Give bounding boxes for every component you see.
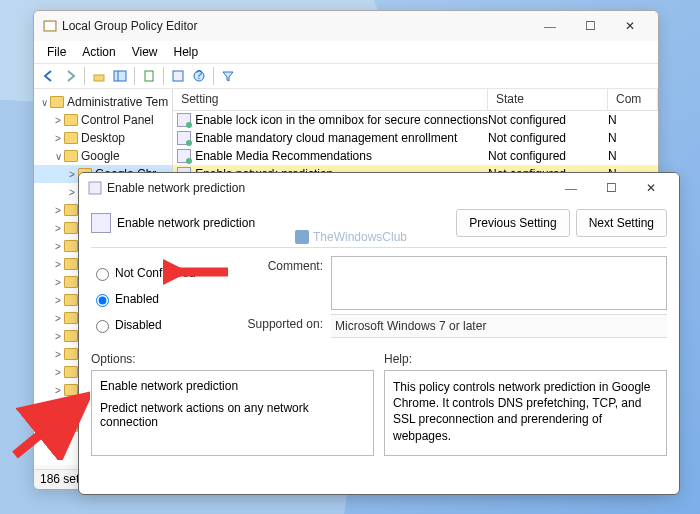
menu-file[interactable]: File	[40, 43, 73, 61]
svg-rect-1	[45, 22, 50, 30]
options-box: Enable network prediction Predict networ…	[91, 370, 374, 456]
tree-label: Desktop	[81, 131, 125, 145]
comment-textarea[interactable]	[331, 256, 667, 310]
dlg-minimize-button[interactable]: —	[551, 174, 591, 202]
setting-icon	[177, 113, 191, 127]
tree-twisty-icon[interactable]: >	[52, 295, 64, 306]
menubar: File Action View Help	[34, 41, 658, 64]
setting-name: Enable Media Recommendations	[195, 149, 488, 163]
folder-icon	[64, 150, 78, 162]
previous-setting-button[interactable]: Previous Setting	[456, 209, 569, 237]
dlg-close-button[interactable]: ✕	[631, 174, 671, 202]
radio-disabled[interactable]: Disabled	[91, 312, 241, 338]
setting-row[interactable]: Enable lock icon in the omnibox for secu…	[173, 111, 658, 129]
folder-icon	[64, 294, 78, 306]
maximize-button[interactable]: ☐	[570, 12, 610, 40]
tree-twisty-icon[interactable]: >	[52, 223, 64, 234]
help-p1: This policy controls network prediction …	[393, 379, 658, 444]
tree-twisty-icon[interactable]: >	[52, 367, 64, 378]
watermark: TheWindowsClub	[295, 230, 407, 244]
tree-twisty-icon[interactable]: >	[52, 313, 64, 324]
tree-twisty-icon[interactable]: >	[52, 331, 64, 342]
svg-rect-7	[173, 71, 183, 81]
tree-twisty-icon[interactable]: >	[52, 349, 64, 360]
help-icon[interactable]: ?	[190, 67, 208, 85]
tree-label: Administrative Tem	[67, 95, 168, 109]
option-line-1: Enable network prediction	[100, 379, 365, 393]
tree-twisty-icon[interactable]: >	[52, 133, 64, 144]
tree-twisty-icon[interactable]: >	[52, 259, 64, 270]
menu-help[interactable]: Help	[167, 43, 206, 61]
tree-label: Google	[81, 149, 120, 163]
options-label: Options:	[91, 352, 374, 370]
setting-name: Enable lock icon in the omnibox for secu…	[195, 113, 488, 127]
supported-label: Supported on:	[241, 314, 331, 338]
policy-heading: Enable network prediction	[117, 216, 255, 230]
tree-item[interactable]: >Desktop	[34, 129, 172, 147]
menu-action[interactable]: Action	[75, 43, 122, 61]
col-state[interactable]: State	[488, 89, 608, 110]
menu-view[interactable]: View	[125, 43, 165, 61]
watermark-logo-icon	[295, 230, 309, 244]
svg-rect-2	[50, 22, 55, 30]
col-setting[interactable]: Setting	[173, 89, 488, 110]
up-icon[interactable]	[90, 67, 108, 85]
setting-icon	[177, 149, 191, 163]
folder-icon	[64, 276, 78, 288]
folder-icon	[64, 222, 78, 234]
tree-item[interactable]: >Control Panel	[34, 111, 172, 129]
annotation-arrow-enabled	[163, 257, 233, 287]
svg-line-12	[15, 402, 80, 455]
tree-item[interactable]: ∨Google	[34, 147, 172, 165]
setting-state: Not configured	[488, 113, 608, 127]
dlg-maximize-button[interactable]: ☐	[591, 174, 631, 202]
setting-icon	[177, 131, 191, 145]
minimize-button[interactable]: —	[530, 12, 570, 40]
radio-enabled[interactable]: Enabled	[91, 286, 241, 312]
col-comment[interactable]: Com	[608, 89, 658, 110]
annotation-arrow-options	[10, 390, 90, 460]
toolbar: ?	[34, 64, 658, 89]
tree-twisty-icon[interactable]: >	[52, 241, 64, 252]
gpedit-title: Local Group Policy Editor	[58, 19, 530, 33]
comment-label: Comment:	[241, 256, 331, 310]
tree-twisty-icon[interactable]: ∨	[38, 97, 50, 108]
next-setting-button[interactable]: Next Setting	[576, 209, 667, 237]
svg-rect-3	[94, 75, 104, 81]
refresh-icon[interactable]	[169, 67, 187, 85]
tree-twisty-icon[interactable]: >	[66, 187, 78, 198]
folder-icon	[50, 96, 64, 108]
help-label: Help:	[384, 352, 667, 370]
forward-icon[interactable]	[61, 67, 79, 85]
option-line-2: Predict network actions on any network c…	[100, 401, 365, 429]
tree-item[interactable]: ∨Administrative Tem	[34, 93, 172, 111]
folder-icon	[64, 258, 78, 270]
gpedit-titlebar: Local Group Policy Editor — ☐ ✕	[34, 11, 658, 41]
show-hide-icon[interactable]	[111, 67, 129, 85]
tree-twisty-icon[interactable]: >	[66, 169, 78, 180]
tree-twisty-icon[interactable]: >	[52, 115, 64, 126]
dialog-title: Enable network prediction	[103, 181, 551, 195]
dialog-titlebar: Enable network prediction — ☐ ✕	[79, 173, 679, 203]
folder-icon	[64, 114, 78, 126]
dialog-icon	[87, 180, 103, 196]
close-button[interactable]: ✕	[610, 12, 650, 40]
supported-text: Microsoft Windows 7 or later	[331, 314, 667, 338]
setting-comment: N	[608, 113, 658, 127]
tree-twisty-icon[interactable]: >	[52, 277, 64, 288]
export-icon[interactable]	[140, 67, 158, 85]
setting-comment: N	[608, 131, 658, 145]
setting-row[interactable]: Enable Media RecommendationsNot configur…	[173, 147, 658, 165]
svg-rect-6	[145, 71, 153, 81]
help-box: This policy controls network prediction …	[384, 370, 667, 456]
folder-icon	[64, 240, 78, 252]
setting-row[interactable]: Enable mandatory cloud management enroll…	[173, 129, 658, 147]
back-icon[interactable]	[40, 67, 58, 85]
gpedit-icon	[42, 18, 58, 34]
folder-icon	[64, 330, 78, 342]
filter-icon[interactable]	[219, 67, 237, 85]
tree-twisty-icon[interactable]: ∨	[52, 151, 64, 162]
policy-icon	[91, 213, 111, 233]
setting-state: Not configured	[488, 131, 608, 145]
tree-twisty-icon[interactable]: >	[52, 205, 64, 216]
